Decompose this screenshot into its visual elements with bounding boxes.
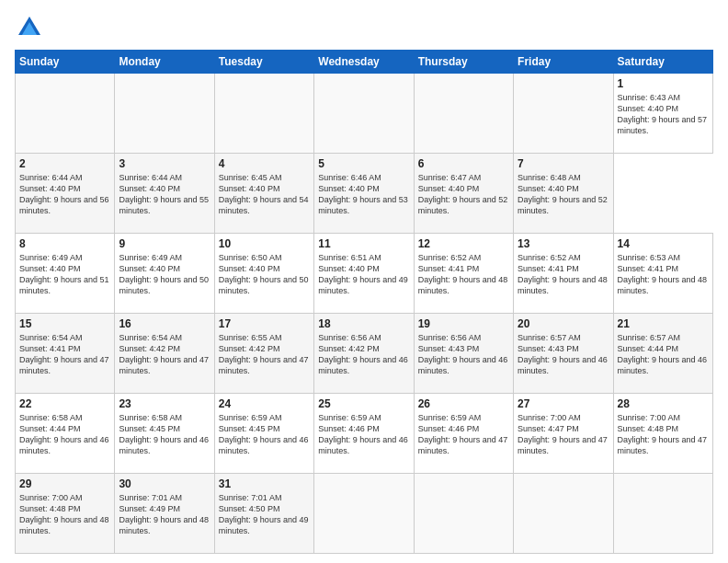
day-cell-17: 17Sunrise: 6:55 AMSunset: 4:42 PMDayligh… xyxy=(214,314,313,394)
day-number: 29 xyxy=(19,477,110,490)
week-row-5: 29Sunrise: 7:00 AMSunset: 4:48 PMDayligh… xyxy=(16,474,713,554)
day-info: Sunrise: 6:57 AMSunset: 4:44 PMDaylight:… xyxy=(618,332,709,377)
day-cell-12: 12Sunrise: 6:52 AMSunset: 4:41 PMDayligh… xyxy=(414,234,513,314)
day-cell-2: 2Sunrise: 6:44 AMSunset: 4:40 PMDaylight… xyxy=(16,154,115,234)
day-cell-31: 31Sunrise: 7:01 AMSunset: 4:50 PMDayligh… xyxy=(214,474,313,554)
week-row-4: 22Sunrise: 6:58 AMSunset: 4:44 PMDayligh… xyxy=(16,394,713,474)
empty-cell xyxy=(514,474,613,554)
day-number: 17 xyxy=(219,317,310,330)
day-info: Sunrise: 6:51 AMSunset: 4:40 PMDaylight:… xyxy=(318,252,409,297)
day-cell-11: 11Sunrise: 6:51 AMSunset: 4:40 PMDayligh… xyxy=(314,234,414,314)
day-number: 9 xyxy=(119,237,210,250)
empty-cell xyxy=(613,474,712,554)
day-number: 18 xyxy=(318,317,409,330)
day-number: 22 xyxy=(19,397,110,410)
day-cell-27: 27Sunrise: 7:00 AMSunset: 4:47 PMDayligh… xyxy=(514,394,613,474)
empty-cell xyxy=(314,74,414,154)
day-number: 21 xyxy=(618,317,709,330)
day-number: 7 xyxy=(518,157,609,170)
week-row-2: 8Sunrise: 6:49 AMSunset: 4:40 PMDaylight… xyxy=(16,234,713,314)
day-cell-30: 30Sunrise: 7:01 AMSunset: 4:49 PMDayligh… xyxy=(115,474,214,554)
day-cell-26: 26Sunrise: 6:59 AMSunset: 4:46 PMDayligh… xyxy=(414,394,513,474)
day-info: Sunrise: 6:59 AMSunset: 4:45 PMDaylight:… xyxy=(219,412,310,457)
day-number: 3 xyxy=(119,157,210,170)
day-number: 19 xyxy=(418,317,509,330)
week-row-1: 2Sunrise: 6:44 AMSunset: 4:40 PMDaylight… xyxy=(16,154,713,234)
day-info: Sunrise: 6:58 AMSunset: 4:45 PMDaylight:… xyxy=(119,412,210,457)
day-info: Sunrise: 6:50 AMSunset: 4:40 PMDaylight:… xyxy=(219,252,310,297)
day-info: Sunrise: 7:00 AMSunset: 4:47 PMDaylight:… xyxy=(518,412,609,457)
day-number: 11 xyxy=(318,237,409,250)
day-cell-23: 23Sunrise: 6:58 AMSunset: 4:45 PMDayligh… xyxy=(115,394,214,474)
day-info: Sunrise: 6:49 AMSunset: 4:40 PMDaylight:… xyxy=(19,252,110,297)
day-cell-6: 6Sunrise: 6:47 AMSunset: 4:40 PMDaylight… xyxy=(414,154,513,234)
day-number: 20 xyxy=(518,317,609,330)
day-info: Sunrise: 7:00 AMSunset: 4:48 PMDaylight:… xyxy=(618,412,709,457)
day-cell-22: 22Sunrise: 6:58 AMSunset: 4:44 PMDayligh… xyxy=(16,394,115,474)
day-info: Sunrise: 6:44 AMSunset: 4:40 PMDaylight:… xyxy=(119,172,210,217)
header xyxy=(15,15,713,40)
col-header-friday: Friday xyxy=(514,51,613,74)
day-number: 8 xyxy=(19,237,110,250)
day-number: 4 xyxy=(219,157,310,170)
empty-cell xyxy=(214,74,313,154)
day-cell-20: 20Sunrise: 6:57 AMSunset: 4:43 PMDayligh… xyxy=(514,314,613,394)
empty-cell xyxy=(414,74,513,154)
week-row-3: 15Sunrise: 6:54 AMSunset: 4:41 PMDayligh… xyxy=(16,314,713,394)
day-cell-5: 5Sunrise: 6:46 AMSunset: 4:40 PMDaylight… xyxy=(314,154,414,234)
day-cell-29: 29Sunrise: 7:00 AMSunset: 4:48 PMDayligh… xyxy=(16,474,115,554)
day-number: 1 xyxy=(618,77,709,90)
empty-cell xyxy=(16,74,115,154)
empty-cell xyxy=(414,474,513,554)
day-number: 30 xyxy=(119,477,210,490)
day-number: 5 xyxy=(318,157,409,170)
day-number: 16 xyxy=(119,317,210,330)
day-number: 2 xyxy=(19,157,110,170)
day-info: Sunrise: 6:44 AMSunset: 4:40 PMDaylight:… xyxy=(19,172,110,217)
day-info: Sunrise: 6:54 AMSunset: 4:41 PMDaylight:… xyxy=(19,332,110,377)
day-cell-19: 19Sunrise: 6:56 AMSunset: 4:43 PMDayligh… xyxy=(414,314,513,394)
day-info: Sunrise: 6:48 AMSunset: 4:40 PMDaylight:… xyxy=(518,172,609,217)
day-info: Sunrise: 6:53 AMSunset: 4:41 PMDaylight:… xyxy=(618,252,709,297)
day-cell-7: 7Sunrise: 6:48 AMSunset: 4:40 PMDaylight… xyxy=(514,154,613,234)
col-header-saturday: Saturday xyxy=(613,51,712,74)
day-info: Sunrise: 7:01 AMSunset: 4:50 PMDaylight:… xyxy=(219,492,310,537)
day-info: Sunrise: 6:55 AMSunset: 4:42 PMDaylight:… xyxy=(219,332,310,377)
day-cell-9: 9Sunrise: 6:49 AMSunset: 4:40 PMDaylight… xyxy=(115,234,214,314)
day-cell-8: 8Sunrise: 6:49 AMSunset: 4:40 PMDaylight… xyxy=(16,234,115,314)
day-cell-15: 15Sunrise: 6:54 AMSunset: 4:41 PMDayligh… xyxy=(16,314,115,394)
day-cell-24: 24Sunrise: 6:59 AMSunset: 4:45 PMDayligh… xyxy=(214,394,313,474)
day-info: Sunrise: 6:45 AMSunset: 4:40 PMDaylight:… xyxy=(219,172,310,217)
col-header-wednesday: Wednesday xyxy=(314,51,414,74)
day-info: Sunrise: 6:57 AMSunset: 4:43 PMDaylight:… xyxy=(518,332,609,377)
day-cell-16: 16Sunrise: 6:54 AMSunset: 4:42 PMDayligh… xyxy=(115,314,214,394)
empty-cell xyxy=(514,74,613,154)
day-number: 13 xyxy=(518,237,609,250)
empty-cell xyxy=(115,74,214,154)
day-info: Sunrise: 6:56 AMSunset: 4:43 PMDaylight:… xyxy=(418,332,509,377)
day-info: Sunrise: 6:47 AMSunset: 4:40 PMDaylight:… xyxy=(418,172,509,217)
day-info: Sunrise: 6:59 AMSunset: 4:46 PMDaylight:… xyxy=(318,412,409,457)
day-number: 27 xyxy=(518,397,609,410)
day-info: Sunrise: 6:46 AMSunset: 4:40 PMDaylight:… xyxy=(318,172,409,217)
day-number: 15 xyxy=(19,317,110,330)
day-cell-21: 21Sunrise: 6:57 AMSunset: 4:44 PMDayligh… xyxy=(613,314,712,394)
day-info: Sunrise: 7:01 AMSunset: 4:49 PMDaylight:… xyxy=(119,492,210,537)
col-header-tuesday: Tuesday xyxy=(214,51,313,74)
day-cell-10: 10Sunrise: 6:50 AMSunset: 4:40 PMDayligh… xyxy=(214,234,313,314)
col-header-thursday: Thursday xyxy=(414,51,513,74)
day-cell-14: 14Sunrise: 6:53 AMSunset: 4:41 PMDayligh… xyxy=(613,234,712,314)
day-cell-3: 3Sunrise: 6:44 AMSunset: 4:40 PMDaylight… xyxy=(115,154,214,234)
day-number: 12 xyxy=(418,237,509,250)
day-number: 10 xyxy=(219,237,310,250)
day-cell-25: 25Sunrise: 6:59 AMSunset: 4:46 PMDayligh… xyxy=(314,394,414,474)
day-number: 28 xyxy=(618,397,709,410)
day-info: Sunrise: 7:00 AMSunset: 4:48 PMDaylight:… xyxy=(19,492,110,537)
day-cell-4: 4Sunrise: 6:45 AMSunset: 4:40 PMDaylight… xyxy=(214,154,313,234)
day-cell-1: 1Sunrise: 6:43 AMSunset: 4:40 PMDaylight… xyxy=(613,74,712,154)
day-number: 31 xyxy=(219,477,310,490)
col-header-monday: Monday xyxy=(115,51,214,74)
day-cell-18: 18Sunrise: 6:56 AMSunset: 4:42 PMDayligh… xyxy=(314,314,414,394)
day-info: Sunrise: 6:43 AMSunset: 4:40 PMDaylight:… xyxy=(618,92,709,137)
day-info: Sunrise: 6:49 AMSunset: 4:40 PMDaylight:… xyxy=(119,252,210,297)
